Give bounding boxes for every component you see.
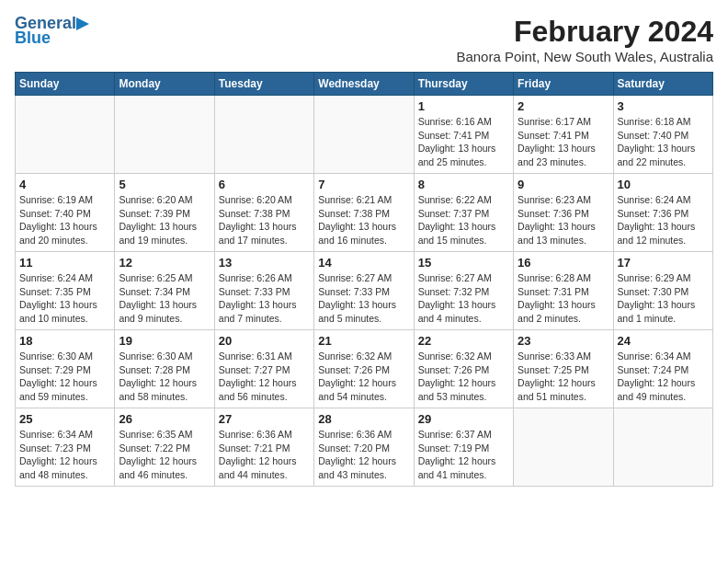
table-row: 24Sunrise: 6:34 AMSunset: 7:24 PMDayligh… bbox=[613, 330, 712, 408]
day-number: 29 bbox=[418, 412, 509, 426]
day-info: Sunrise: 6:31 AMSunset: 7:27 PMDaylight:… bbox=[219, 350, 310, 404]
day-info: Sunrise: 6:18 AMSunset: 7:40 PMDaylight:… bbox=[618, 115, 709, 169]
day-number: 16 bbox=[518, 256, 609, 270]
day-number: 18 bbox=[19, 334, 110, 348]
day-info: Sunrise: 6:20 AMSunset: 7:38 PMDaylight:… bbox=[219, 193, 310, 247]
table-row bbox=[613, 408, 712, 487]
day-info: Sunrise: 6:21 AMSunset: 7:38 PMDaylight:… bbox=[318, 193, 409, 247]
day-info: Sunrise: 6:24 AMSunset: 7:35 PMDaylight:… bbox=[19, 271, 110, 326]
table-row: 13Sunrise: 6:26 AMSunset: 7:33 PMDayligh… bbox=[214, 252, 313, 330]
day-info: Sunrise: 6:19 AMSunset: 7:40 PMDaylight:… bbox=[19, 193, 110, 247]
table-row: 9Sunrise: 6:23 AMSunset: 7:36 PMDaylight… bbox=[514, 174, 613, 252]
day-info: Sunrise: 6:25 AMSunset: 7:34 PMDaylight:… bbox=[119, 271, 210, 326]
day-number: 3 bbox=[618, 99, 709, 113]
day-info: Sunrise: 6:30 AMSunset: 7:29 PMDaylight:… bbox=[19, 350, 110, 404]
table-row: 21Sunrise: 6:32 AMSunset: 7:26 PMDayligh… bbox=[314, 330, 414, 408]
day-info: Sunrise: 6:20 AMSunset: 7:39 PMDaylight:… bbox=[119, 193, 210, 247]
col-tuesday: Tuesday bbox=[214, 73, 313, 96]
table-row: 16Sunrise: 6:28 AMSunset: 7:31 PMDayligh… bbox=[514, 252, 613, 330]
day-info: Sunrise: 6:30 AMSunset: 7:28 PMDaylight:… bbox=[119, 350, 210, 404]
table-row: 12Sunrise: 6:25 AMSunset: 7:34 PMDayligh… bbox=[115, 252, 214, 330]
table-row: 27Sunrise: 6:36 AMSunset: 7:21 PMDayligh… bbox=[214, 408, 313, 487]
day-number: 27 bbox=[219, 412, 310, 426]
day-number: 4 bbox=[19, 178, 110, 191]
calendar-table: Sunday Monday Tuesday Wednesday Thursday… bbox=[15, 72, 713, 487]
col-saturday: Saturday bbox=[613, 73, 712, 96]
day-number: 21 bbox=[318, 334, 409, 348]
table-row bbox=[514, 408, 613, 487]
day-info: Sunrise: 6:28 AMSunset: 7:31 PMDaylight:… bbox=[518, 271, 609, 326]
page-header: General Blue February 2024 Banora Point,… bbox=[15, 15, 713, 64]
table-row: 19Sunrise: 6:30 AMSunset: 7:28 PMDayligh… bbox=[115, 330, 214, 408]
day-info: Sunrise: 6:27 AMSunset: 7:33 PMDaylight:… bbox=[318, 271, 409, 326]
day-number: 19 bbox=[119, 334, 210, 348]
table-row: 6Sunrise: 6:20 AMSunset: 7:38 PMDaylight… bbox=[214, 174, 313, 252]
table-row: 17Sunrise: 6:29 AMSunset: 7:30 PMDayligh… bbox=[613, 252, 712, 330]
week-row-1: 1Sunrise: 6:16 AMSunset: 7:41 PMDaylight… bbox=[16, 96, 713, 174]
day-number: 25 bbox=[19, 412, 110, 426]
table-row bbox=[314, 96, 414, 174]
logo-blue-text: Blue bbox=[15, 29, 51, 48]
col-monday: Monday bbox=[115, 73, 214, 96]
day-number: 13 bbox=[219, 256, 310, 270]
table-row: 2Sunrise: 6:17 AMSunset: 7:41 PMDaylight… bbox=[514, 96, 613, 174]
table-row bbox=[115, 96, 214, 174]
day-info: Sunrise: 6:35 AMSunset: 7:22 PMDaylight:… bbox=[119, 428, 210, 482]
day-number: 2 bbox=[518, 99, 609, 113]
day-info: Sunrise: 6:26 AMSunset: 7:33 PMDaylight:… bbox=[219, 271, 310, 326]
col-sunday: Sunday bbox=[16, 73, 115, 96]
day-number: 26 bbox=[119, 412, 210, 426]
logo: General Blue bbox=[15, 15, 93, 48]
day-info: Sunrise: 6:29 AMSunset: 7:30 PMDaylight:… bbox=[618, 271, 709, 326]
day-number: 11 bbox=[19, 256, 110, 270]
day-number: 6 bbox=[219, 178, 310, 191]
col-wednesday: Wednesday bbox=[314, 73, 414, 96]
col-friday: Friday bbox=[514, 73, 613, 96]
day-info: Sunrise: 6:27 AMSunset: 7:32 PMDaylight:… bbox=[418, 271, 509, 326]
week-row-2: 4Sunrise: 6:19 AMSunset: 7:40 PMDaylight… bbox=[16, 174, 713, 252]
table-row: 5Sunrise: 6:20 AMSunset: 7:39 PMDaylight… bbox=[115, 174, 214, 252]
table-row: 4Sunrise: 6:19 AMSunset: 7:40 PMDaylight… bbox=[16, 174, 115, 252]
week-row-3: 11Sunrise: 6:24 AMSunset: 7:35 PMDayligh… bbox=[16, 252, 713, 330]
title-block: February 2024 Banora Point, New South Wa… bbox=[456, 15, 713, 64]
col-thursday: Thursday bbox=[414, 73, 513, 96]
table-row: 1Sunrise: 6:16 AMSunset: 7:41 PMDaylight… bbox=[414, 96, 513, 174]
week-row-4: 18Sunrise: 6:30 AMSunset: 7:29 PMDayligh… bbox=[16, 330, 713, 408]
day-info: Sunrise: 6:22 AMSunset: 7:37 PMDaylight:… bbox=[418, 193, 509, 247]
day-info: Sunrise: 6:36 AMSunset: 7:20 PMDaylight:… bbox=[318, 428, 409, 482]
table-row: 28Sunrise: 6:36 AMSunset: 7:20 PMDayligh… bbox=[314, 408, 414, 487]
week-row-5: 25Sunrise: 6:34 AMSunset: 7:23 PMDayligh… bbox=[16, 408, 713, 487]
day-number: 8 bbox=[418, 178, 509, 191]
table-row: 23Sunrise: 6:33 AMSunset: 7:25 PMDayligh… bbox=[514, 330, 613, 408]
day-number: 23 bbox=[518, 334, 609, 348]
day-number: 1 bbox=[418, 99, 509, 113]
day-info: Sunrise: 6:24 AMSunset: 7:36 PMDaylight:… bbox=[618, 193, 709, 247]
day-number: 15 bbox=[418, 256, 509, 270]
table-row: 18Sunrise: 6:30 AMSunset: 7:29 PMDayligh… bbox=[16, 330, 115, 408]
day-info: Sunrise: 6:17 AMSunset: 7:41 PMDaylight:… bbox=[518, 115, 609, 169]
table-row: 11Sunrise: 6:24 AMSunset: 7:35 PMDayligh… bbox=[16, 252, 115, 330]
table-row: 20Sunrise: 6:31 AMSunset: 7:27 PMDayligh… bbox=[214, 330, 313, 408]
table-row: 25Sunrise: 6:34 AMSunset: 7:23 PMDayligh… bbox=[16, 408, 115, 487]
day-info: Sunrise: 6:37 AMSunset: 7:19 PMDaylight:… bbox=[418, 428, 509, 482]
day-info: Sunrise: 6:32 AMSunset: 7:26 PMDaylight:… bbox=[418, 350, 509, 404]
day-number: 20 bbox=[219, 334, 310, 348]
table-row bbox=[214, 96, 313, 174]
table-row: 3Sunrise: 6:18 AMSunset: 7:40 PMDaylight… bbox=[613, 96, 712, 174]
table-row: 8Sunrise: 6:22 AMSunset: 7:37 PMDaylight… bbox=[414, 174, 513, 252]
day-info: Sunrise: 6:23 AMSunset: 7:36 PMDaylight:… bbox=[518, 193, 609, 247]
table-row bbox=[16, 96, 115, 174]
table-row: 29Sunrise: 6:37 AMSunset: 7:19 PMDayligh… bbox=[414, 408, 513, 487]
day-number: 24 bbox=[618, 334, 709, 348]
day-number: 10 bbox=[618, 178, 709, 191]
day-number: 28 bbox=[318, 412, 409, 426]
day-info: Sunrise: 6:32 AMSunset: 7:26 PMDaylight:… bbox=[318, 350, 409, 404]
table-row: 14Sunrise: 6:27 AMSunset: 7:33 PMDayligh… bbox=[314, 252, 414, 330]
day-number: 17 bbox=[618, 256, 709, 270]
table-row: 15Sunrise: 6:27 AMSunset: 7:32 PMDayligh… bbox=[414, 252, 513, 330]
day-number: 22 bbox=[418, 334, 509, 348]
day-info: Sunrise: 6:34 AMSunset: 7:23 PMDaylight:… bbox=[19, 428, 110, 482]
day-number: 5 bbox=[119, 178, 210, 191]
day-info: Sunrise: 6:34 AMSunset: 7:24 PMDaylight:… bbox=[618, 350, 709, 404]
day-number: 14 bbox=[318, 256, 409, 270]
